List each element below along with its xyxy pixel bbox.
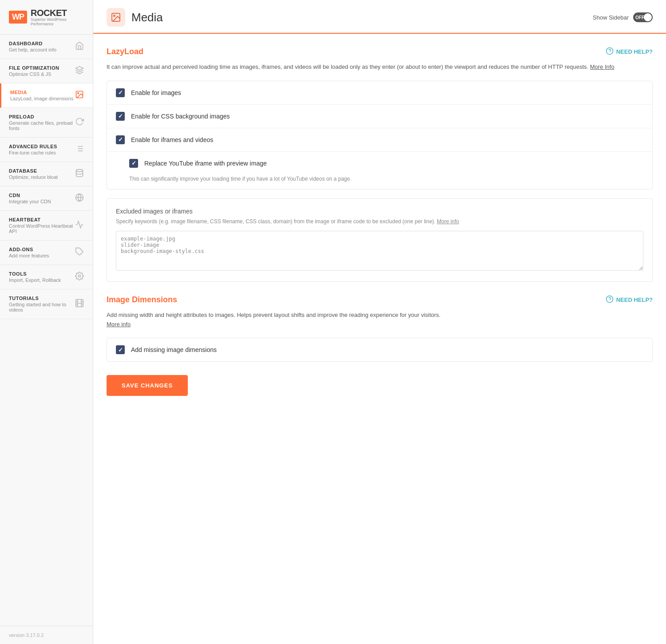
replace-youtube-label: Replace YouTube iframe with preview imag… bbox=[144, 160, 267, 167]
page-header: Media Show Sidebar OFF bbox=[93, 0, 666, 34]
image-dimensions-section-header: Image Dimensions NEED HELP? bbox=[107, 295, 653, 304]
sidebar-item-preload[interactable]: PRELOAD Generate cache files, preload fo… bbox=[0, 108, 93, 138]
home-icon bbox=[75, 41, 84, 52]
list-icon bbox=[75, 144, 84, 155]
toggle-switch[interactable]: OFF bbox=[633, 12, 653, 22]
lazyload-more-info-link[interactable]: More Info bbox=[590, 63, 614, 70]
svg-marker-0 bbox=[76, 66, 83, 70]
enable-iframes-checkbox[interactable] bbox=[116, 135, 125, 144]
lazyload-title: LazyLoad bbox=[107, 47, 143, 56]
add-missing-dimensions-checkbox[interactable] bbox=[116, 345, 125, 354]
enable-iframes-label: Enable for iframes and videos bbox=[131, 136, 213, 143]
replace-youtube-desc: This can significantly improve your load… bbox=[129, 176, 352, 182]
sidebar-logo: WP ROCKET Superior WordPress Performance bbox=[0, 0, 93, 35]
sidebar: WP ROCKET Superior WordPress Performance… bbox=[0, 0, 93, 644]
image-dimensions-options-box: Add missing image dimensions bbox=[107, 338, 653, 362]
excluded-title: Excluded images or iframes bbox=[116, 208, 643, 215]
toggle-off-label: OFF bbox=[635, 15, 644, 20]
page-title: Media bbox=[131, 11, 163, 24]
svg-point-13 bbox=[79, 275, 81, 277]
layers-icon bbox=[75, 66, 84, 77]
excluded-more-info-link[interactable]: More info bbox=[437, 218, 459, 225]
image-icon bbox=[75, 90, 84, 101]
image-dimensions-title: Image Dimensions bbox=[107, 295, 177, 304]
need-help-label-2: NEED HELP? bbox=[616, 296, 653, 303]
puzzle-icon bbox=[75, 247, 84, 258]
sidebar-item-advanced-rules[interactable]: ADVANCED RULES Fine-tune cache rules bbox=[0, 138, 93, 162]
need-help-label: NEED HELP? bbox=[616, 48, 653, 55]
image-dimensions-description: Add missing width and height attributes … bbox=[107, 311, 653, 329]
play-icon bbox=[75, 299, 84, 310]
version-label: version 3.17.0.2 bbox=[0, 626, 93, 644]
sidebar-item-tools[interactable]: TOOLS Import, Export, Rollback bbox=[0, 265, 93, 289]
content-area: LazyLoad NEED HELP? It can improve actua… bbox=[93, 34, 666, 644]
enable-css-bg-row: Enable for CSS background images bbox=[107, 105, 652, 128]
enable-images-checkbox[interactable] bbox=[116, 88, 125, 97]
enable-images-row: Enable for images bbox=[107, 81, 652, 105]
heart-icon bbox=[75, 220, 84, 231]
sidebar-nav: DASHBOARD Get help, account info FILE OP… bbox=[0, 35, 93, 626]
rocket-label: ROCKET bbox=[31, 8, 84, 18]
lazyload-need-help[interactable]: NEED HELP? bbox=[606, 47, 653, 56]
logo-tagline: Superior WordPress Performance bbox=[31, 17, 84, 26]
help-circle-icon bbox=[606, 47, 614, 56]
replace-youtube-checkbox[interactable] bbox=[129, 159, 138, 168]
image-dimensions-need-help[interactable]: NEED HELP? bbox=[606, 295, 653, 304]
sidebar-item-dashboard[interactable]: DASHBOARD Get help, account info bbox=[0, 35, 93, 59]
refresh-icon bbox=[75, 117, 84, 128]
globe-icon bbox=[75, 193, 84, 204]
sidebar-item-cdn[interactable]: CDN Integrate your CDN bbox=[0, 186, 93, 211]
page-icon bbox=[107, 8, 125, 27]
svg-point-23 bbox=[114, 15, 115, 16]
excluded-textarea[interactable]: example-image.jpg slider-image backgroun… bbox=[116, 231, 643, 271]
logo-text: ROCKET Superior WordPress Performance bbox=[31, 8, 84, 26]
show-sidebar-toggle[interactable]: Show Sidebar OFF bbox=[593, 12, 653, 22]
enable-css-bg-label: Enable for CSS background images bbox=[131, 113, 230, 120]
save-changes-button[interactable]: SAVE CHANGES bbox=[107, 375, 188, 396]
add-missing-dimensions-row: Add missing image dimensions bbox=[107, 338, 652, 361]
excluded-section: Excluded images or iframes Specify keywo… bbox=[107, 198, 653, 282]
gear-icon bbox=[75, 272, 84, 283]
sidebar-item-add-ons[interactable]: ADD-ONS Add more features bbox=[0, 241, 93, 265]
add-missing-dimensions-label: Add missing image dimensions bbox=[131, 346, 217, 353]
toggle-knob bbox=[644, 13, 652, 21]
enable-css-bg-checkbox[interactable] bbox=[116, 112, 125, 121]
sidebar-item-database[interactable]: DATABASE Optimize, reduce bloat bbox=[0, 162, 93, 186]
sidebar-item-tutorials[interactable]: TUTORIALS Getting started and how to vid… bbox=[0, 289, 93, 319]
svg-point-2 bbox=[78, 92, 79, 94]
excluded-desc: Specify keywords (e.g. image filename, C… bbox=[116, 217, 643, 225]
lazyload-options-box: Enable for images Enable for CSS backgro… bbox=[107, 81, 653, 190]
enable-images-label: Enable for images bbox=[131, 89, 181, 96]
show-sidebar-label: Show Sidebar bbox=[593, 14, 629, 21]
database-icon bbox=[75, 169, 84, 180]
replace-youtube-row: Replace YouTube iframe with preview imag… bbox=[107, 152, 652, 189]
svg-point-9 bbox=[76, 169, 83, 171]
help-circle-icon-2 bbox=[606, 295, 614, 304]
lazyload-description: It can improve actual and perceived load… bbox=[107, 63, 653, 72]
lazyload-section-header: LazyLoad NEED HELP? bbox=[107, 47, 653, 56]
sidebar-item-media[interactable]: MEDIA LazyLoad, image dimensions bbox=[0, 83, 93, 108]
enable-iframes-row: Enable for iframes and videos bbox=[107, 128, 652, 152]
image-dimensions-more-info-link[interactable]: More info bbox=[107, 321, 131, 328]
main-content: Media Show Sidebar OFF LazyLoad NEED HEL… bbox=[93, 0, 666, 644]
sidebar-item-file-optimization[interactable]: FILE OPTIMIZATION Optimize CSS & JS bbox=[0, 59, 93, 83]
wp-badge: WP bbox=[9, 11, 27, 24]
sidebar-item-heartbeat[interactable]: HEARTBEAT Control WordPress Heartbeat AP… bbox=[0, 211, 93, 241]
